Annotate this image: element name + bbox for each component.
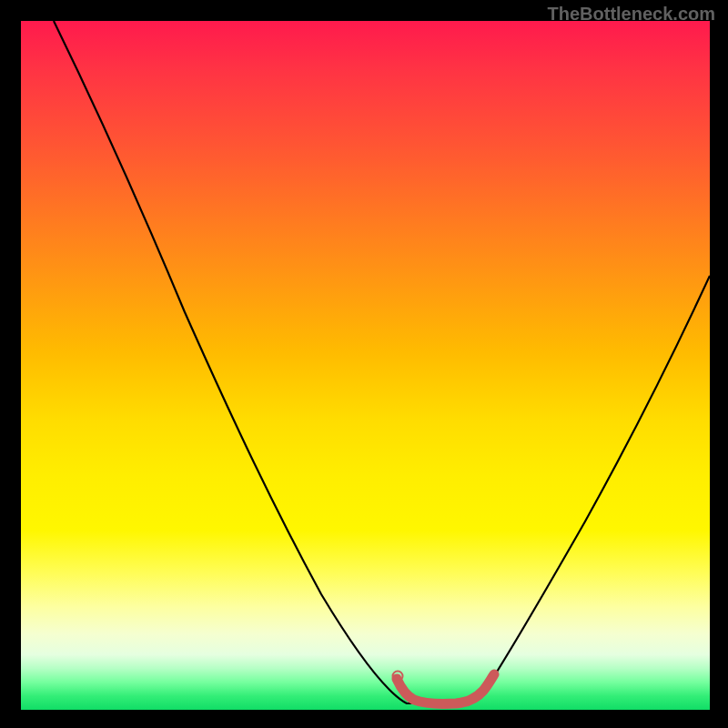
bottleneck-curve-line [54, 21, 710, 703]
watermark-text: TheBottleneck.com [548, 4, 715, 25]
chart-container: TheBottleneck.com [0, 0, 728, 728]
optimal-zone-marker [397, 674, 494, 703]
chart-svg [21, 21, 710, 710]
plot-area [21, 21, 710, 710]
svg-point-0 [397, 675, 399, 677]
